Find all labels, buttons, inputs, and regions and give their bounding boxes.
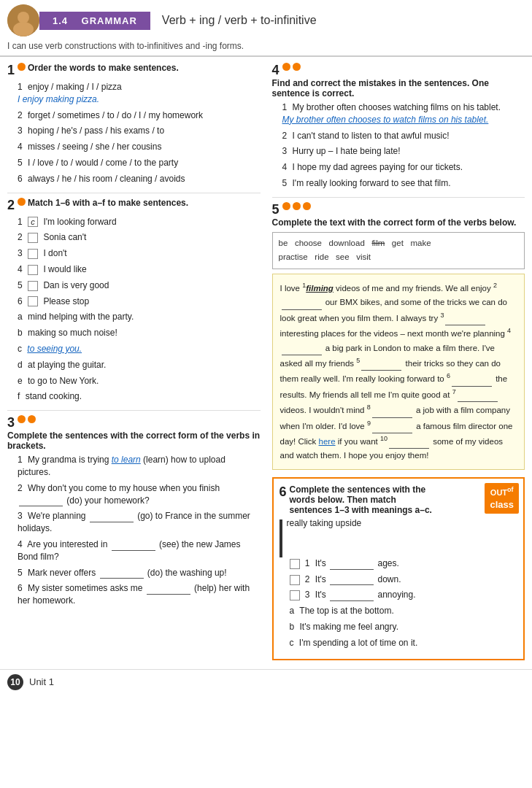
list-item: a The top is at the bottom. — [290, 605, 518, 617]
list-item: 1 My grandma is trying to learn (learn) … — [18, 454, 261, 479]
ex6-header: 6 Complete the sentences with the words … — [280, 484, 518, 515]
exercise-3: 3 Complete the sentences with the correc… — [7, 415, 261, 607]
list-item: 4 I hope my dad agrees paying for our ti… — [282, 161, 525, 174]
ex6-content: really taking upside — [280, 518, 518, 557]
blank-5-9[interactable] — [372, 423, 412, 433]
ex2-num: 2 — [7, 198, 15, 213]
ex3-list: 1 My grandma is trying to learn (learn) … — [7, 454, 261, 607]
exercise-2: 2 Match 1–6 with a–f to make sentences. … — [7, 198, 261, 403]
blank-3-6[interactable] — [147, 584, 190, 595]
list-item: 6 My sister sometimes asks me (help) her… — [18, 582, 261, 607]
blank-3-5[interactable] — [100, 568, 144, 579]
difficulty-dot — [18, 198, 26, 206]
blank-6-3[interactable] — [330, 591, 374, 601]
ex1-num: 1 — [7, 63, 15, 78]
list-item: 2 Sonia can't — [18, 231, 261, 244]
ex5-text-area: I love 1filming videos of me and my frie… — [272, 274, 525, 470]
list-item: 4 I would like — [18, 263, 261, 276]
blank-5-2[interactable] — [282, 300, 322, 310]
exercise-1: 1 Order the words to make sentences. 1 e… — [7, 63, 261, 185]
ex1-title: Order the words to make sentences. — [28, 63, 179, 73]
out-of-class-badge: OUTofclass — [485, 483, 519, 514]
list-item: 3 hoping / he's / pass / his exams / to — [18, 125, 261, 137]
match-box-2[interactable] — [28, 233, 38, 243]
blank-3-2[interactable] — [19, 496, 63, 506]
black-bar — [280, 519, 282, 557]
ex3-num: 3 — [7, 415, 15, 430]
blank-5-10[interactable] — [389, 439, 429, 449]
svg-point-2 — [13, 22, 34, 36]
list-item: 6 Please stop — [18, 296, 261, 308]
ex6-meaning-list: a The top is at the bottom. b It's makin… — [280, 605, 518, 649]
blank-3-4[interactable] — [112, 541, 155, 551]
blank-5-6[interactable] — [452, 376, 492, 387]
blank-5-7[interactable] — [458, 392, 498, 402]
difficulty-dot-2 — [28, 415, 36, 423]
blank-5-5[interactable] — [361, 360, 401, 371]
lesson-title: Verb + ing / verb + to-infinitive — [162, 14, 317, 27]
ex3-header: 3 Complete the sentences with the correc… — [7, 415, 261, 451]
match-box-6[interactable] — [28, 296, 38, 306]
blank-6-1[interactable] — [330, 560, 374, 570]
list-item: 3 I don't — [18, 247, 261, 260]
match-box-4[interactable] — [28, 265, 38, 275]
ex2-numbered-list: 1 c I'm looking forward 2 Sonia can't 3 … — [7, 216, 261, 308]
page-number: 10 — [7, 674, 23, 690]
match-box-5[interactable] — [28, 281, 38, 291]
ex4-list: 1 My brother often chooses watching film… — [272, 101, 525, 190]
list-item: a mind helping with the party. — [18, 311, 261, 323]
list-item: 2 Why don't you come to my house when yo… — [18, 482, 261, 507]
list-item: 1 c I'm looking forward — [18, 216, 261, 228]
page-footer: 10 Unit 1 — [0, 669, 532, 695]
header-subtitle: I can use verb constructions with to-inf… — [0, 38, 532, 57]
unit-label: Unit 1 — [29, 676, 54, 687]
ex5-title: Complete the text with the correct form … — [272, 217, 517, 228]
blank-5-8[interactable] — [372, 408, 412, 418]
list-item: 3 It's annoying. — [290, 589, 518, 601]
blank-5-3[interactable] — [445, 315, 485, 325]
ex2-letter-list: a mind helping with the party. b making … — [7, 311, 261, 403]
exercise-6: OUTofclass 6 Complete the sentences with… — [272, 477, 525, 660]
list-item: 1 It's ages. — [290, 557, 518, 570]
list-item: 4 misses / seeing / she / her cousins — [18, 141, 261, 153]
ex4-header: 4 Find and correct the mistakes in the s… — [272, 63, 525, 98]
main-content: 1 Order the words to make sentences. 1 e… — [0, 57, 532, 666]
exercise-4: 4 Find and correct the mistakes in the s… — [272, 63, 525, 190]
difficulty-dot-1 — [282, 63, 290, 71]
difficulty-dot — [18, 63, 26, 71]
exercise-5: 5 Complete the text with the correct for… — [272, 202, 525, 470]
ex3-title: Complete the sentences with the correct … — [7, 430, 261, 451]
ex2-header: 2 Match 1–6 with a–f to make sentences. — [7, 198, 261, 213]
match-box-6-3[interactable] — [290, 590, 300, 600]
difficulty-dot-2 — [293, 202, 301, 210]
ex1-answer-1: I enjoy making pizza. — [18, 94, 99, 104]
ex5-word-box: be choose download film get make practis… — [272, 232, 525, 269]
here-link[interactable]: here — [319, 437, 336, 446]
left-column: 1 Order the words to make sentences. 1 e… — [7, 63, 261, 660]
list-item: 2 It's down. — [290, 573, 518, 586]
strikethrough-word: film — [371, 239, 385, 247]
blank-3-3[interactable] — [90, 512, 134, 522]
avatar — [7, 4, 39, 36]
list-item: c I'm spending a lot of time on it. — [290, 637, 518, 649]
list-item: f stand cooking. — [18, 390, 261, 403]
svg-point-1 — [18, 12, 29, 23]
blank-6-2[interactable] — [330, 575, 374, 585]
list-item: 5 Dan is very good — [18, 279, 261, 292]
blank-5-4[interactable] — [282, 345, 322, 355]
ex4-title: Find and correct the mistakes in the sen… — [272, 78, 525, 98]
match-box-1[interactable]: c — [28, 217, 38, 227]
list-item: 5 Mark never offers (do) the washing up! — [18, 567, 261, 579]
match-box-6-2[interactable] — [290, 575, 300, 585]
ex1-header: 1 Order the words to make sentences. — [7, 63, 261, 78]
page-header: 1.4 GRAMMAR Verb + ing / verb + to-infin… — [0, 0, 532, 38]
list-item: b making so much noise! — [18, 327, 261, 339]
match-box-3[interactable] — [28, 249, 38, 259]
list-item: 3 We're planning (go) to France in the s… — [18, 510, 261, 535]
right-column: 4 Find and correct the mistakes in the s… — [272, 63, 525, 660]
list-item: 3 Hurry up – I hate being late! — [282, 145, 525, 158]
ex2-title: Match 1–6 with a–f to make sentences. — [28, 198, 188, 208]
list-item: c to seeing you. — [18, 343, 261, 355]
ex5-num: 5 — [272, 202, 280, 217]
match-box-6-1[interactable] — [290, 559, 300, 569]
